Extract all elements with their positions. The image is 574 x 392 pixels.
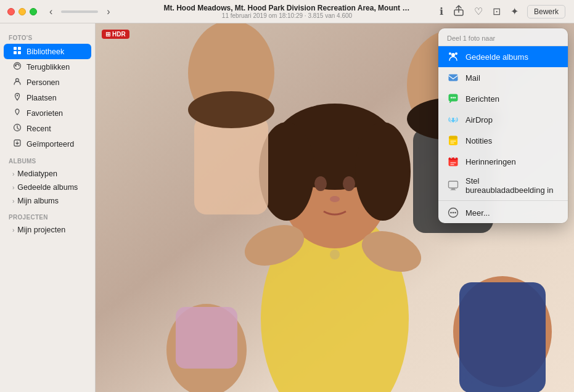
nav-slider[interactable] <box>61 10 98 13</box>
svg-point-5 <box>14 63 21 70</box>
collapse-arrow-mijn-albums: › <box>12 198 14 205</box>
hdr-icon: ⊞ <box>105 31 110 38</box>
favorieten-label: Favorieten <box>27 109 63 118</box>
sidebar-item-geimporteerd[interactable]: Geïmporteerd <box>4 136 91 152</box>
sidebar-item-gedeelde-albums[interactable]: › Gedeelde albums <box>4 181 91 194</box>
collapse-arrow-gedeelde: › <box>12 184 14 191</box>
forward-button[interactable]: › <box>104 5 112 18</box>
sidebar-item-favorieten[interactable]: Favorieten <box>4 105 91 121</box>
sidebar-item-plaatsen[interactable]: Plaatsen <box>4 90 91 105</box>
svg-rect-30 <box>459 282 546 392</box>
share-item-bureaublad[interactable]: Stel bureaubladadbeelding in <box>438 172 568 199</box>
sidebar-item-mediatypen[interactable]: › Mediatypen <box>4 167 91 181</box>
bewerk-button[interactable]: Bewerk <box>527 5 565 18</box>
terugblikken-label: Terugblikken <box>27 63 70 71</box>
svg-rect-22 <box>194 116 268 214</box>
svg-point-39 <box>453 97 454 98</box>
svg-point-46 <box>454 157 456 158</box>
sidebar-item-mijn-albums[interactable]: › Mijn albums <box>4 194 91 208</box>
mediatypen-label: Mediatypen <box>17 169 57 178</box>
close-button[interactable] <box>7 8 15 15</box>
sidebar-item-mijn-projecten[interactable]: › Mijn projecten <box>4 223 91 237</box>
recent-label: Recent <box>27 125 51 133</box>
svg-point-33 <box>451 53 455 57</box>
svg-rect-49 <box>451 190 456 190</box>
berichten-share-label: Berichten <box>465 94 499 104</box>
berichten-icon <box>447 92 459 105</box>
photo-area: ⊞ HDR <box>96 23 574 392</box>
svg-point-52 <box>453 212 454 214</box>
info-button[interactable]: ℹ <box>438 4 445 18</box>
hdr-label: HDR <box>112 31 126 38</box>
shared-albums-icon <box>447 51 459 63</box>
airdrop-share-label: AirDrop <box>465 115 493 125</box>
notities-share-label: Notities <box>465 136 492 145</box>
svg-rect-4 <box>18 51 21 54</box>
mail-share-label: Mail <box>465 73 480 83</box>
share-item-herinneringen[interactable]: Herinneringen <box>438 151 568 172</box>
albums-section-title: Albums <box>0 152 95 167</box>
svg-point-16 <box>355 122 411 221</box>
svg-point-40 <box>454 97 456 98</box>
svg-point-51 <box>450 212 452 214</box>
photo-title: Mt. Hood Meadows, Mt. Hood Park Division… <box>164 4 411 12</box>
svg-rect-36 <box>449 75 458 81</box>
geimporteerd-label: Geïmporteerd <box>27 140 74 149</box>
bibliotheek-label: Bibliotheek <box>27 47 64 56</box>
meer-share-label: Meer... <box>465 208 490 218</box>
svg-point-53 <box>454 212 456 214</box>
recent-icon <box>12 123 22 134</box>
plaatsen-label: Plaatsen <box>27 94 57 102</box>
gedeelde-albums-label: Gedeelde albums <box>17 183 78 192</box>
share-item-notities[interactable]: Notities <box>438 130 568 151</box>
svg-rect-47 <box>449 181 458 188</box>
back-button[interactable]: ‹ <box>47 5 55 18</box>
bureaublad-share-label: Stel bureaubladadbeelding in <box>465 176 559 195</box>
sidebar-item-terugblikken[interactable]: Terugblikken <box>4 59 91 75</box>
svg-point-7 <box>17 95 18 96</box>
bureaublad-icon <box>447 179 459 192</box>
svg-point-17 <box>314 176 327 191</box>
airdrop-icon <box>447 113 459 126</box>
terugblikken-icon <box>12 62 22 72</box>
share-popup: Deel 1 foto naar Gedeelde albums <box>438 28 568 223</box>
geimporteerd-icon <box>12 139 22 149</box>
bibliotheek-icon <box>12 46 22 57</box>
svg-point-38 <box>451 97 452 98</box>
notities-icon <box>447 134 459 147</box>
sidebar-item-bibliotheek[interactable]: Bibliotheek <box>4 44 91 59</box>
svg-point-18 <box>343 176 355 191</box>
title-center: Mt. Hood Meadows, Mt. Hood Park Division… <box>164 4 411 19</box>
favorite-button[interactable]: ♡ <box>473 4 484 18</box>
favorieten-icon <box>12 108 22 118</box>
svg-rect-44 <box>449 158 458 161</box>
photo-subtitle: 11 februari 2019 om 18:10:29 · 3.815 van… <box>164 12 411 19</box>
svg-rect-28 <box>176 307 237 369</box>
svg-rect-3 <box>14 51 17 54</box>
svg-point-34 <box>455 52 457 55</box>
share-item-mail[interactable]: Mail <box>438 67 568 88</box>
share-button[interactable] <box>452 4 465 20</box>
traffic-lights <box>0 8 37 15</box>
minimize-button[interactable] <box>18 8 26 15</box>
maximize-button[interactable] <box>30 8 37 15</box>
fotos-section-title: Foto's <box>0 28 95 44</box>
adjust-button[interactable]: ✦ <box>509 4 520 18</box>
sidebar: Foto's Bibliotheek T <box>0 23 96 392</box>
share-item-gedeelde-albums[interactable]: Gedeelde albums <box>438 46 568 67</box>
svg-point-20 <box>330 250 340 259</box>
hdr-badge: ⊞ HDR <box>102 30 129 39</box>
herinneringen-icon <box>447 155 459 168</box>
share-item-berichten[interactable]: Berichten <box>438 88 568 109</box>
svg-point-19 <box>330 196 340 202</box>
title-actions: ℹ ♡ ⊡ ✦ Bewerk <box>438 4 574 20</box>
share-item-airdrop[interactable]: AirDrop <box>438 109 568 130</box>
share-popup-title: Deel 1 foto naar <box>438 28 568 46</box>
projecten-section-title: Projecten <box>0 208 95 223</box>
sidebar-item-personen[interactable]: Personen <box>4 75 91 90</box>
mail-icon <box>447 71 459 84</box>
herinneringen-share-label: Herinneringen <box>465 157 516 166</box>
sidebar-item-recent[interactable]: Recent <box>4 121 91 136</box>
share-item-meer[interactable]: Meer... <box>438 202 568 223</box>
rotate-button[interactable]: ⊡ <box>491 4 502 18</box>
